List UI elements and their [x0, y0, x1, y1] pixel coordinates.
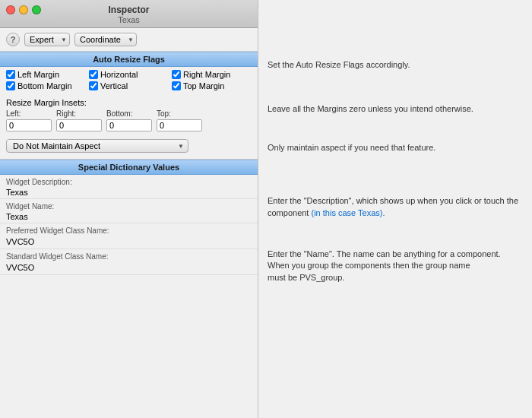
bottom-input[interactable] [106, 119, 152, 131]
left-margin-label: Left Margin [17, 70, 59, 79]
top-label: Top: [157, 109, 202, 118]
top-margin-label: Top Margin [183, 81, 224, 90]
expert-select[interactable]: Expert Basic [24, 33, 70, 46]
left-margin-checkbox[interactable] [6, 70, 15, 79]
expert-select-wrapper: Expert Basic [24, 33, 70, 46]
minimize-button[interactable] [19, 5, 28, 14]
checkbox-grid: Left Margin Horizontal Right Margin Bott… [0, 67, 258, 95]
margin-insets-help: Leave all the Margins zero unless you in… [268, 97, 523, 128]
vertical-checkbox[interactable] [89, 81, 98, 90]
right-margin-item: Right Margin [172, 70, 252, 79]
vertical-item: Vertical [89, 81, 169, 90]
right-margin-label: Right Margin [183, 70, 230, 79]
left-margin-item: Left Margin [6, 70, 86, 79]
widget-name-label: Widget Name: [6, 202, 252, 211]
widget-description-input[interactable] [6, 188, 252, 197]
standard-class-field: Standard Widget Class Name: VVC5O [0, 249, 258, 275]
window-subtitle: Texas [0, 15, 258, 24]
aspect-row: Do Not Maintain Aspect Maintain Aspect [0, 136, 258, 159]
auto-resize-help: Set the Auto Resize Flags accordingly. [268, 53, 523, 84]
toolbar: ? Expert Basic Coordinate Frame Bounds [0, 28, 258, 52]
right-input[interactable] [56, 119, 102, 131]
titlebar: Inspector Texas [0, 0, 258, 28]
margin-insets-help-text: Leave all the Margins zero unless you in… [268, 103, 523, 115]
coordinate-select[interactable]: Coordinate Frame Bounds [74, 33, 137, 46]
widget-name-field: Widget Name: [0, 199, 258, 223]
help-button[interactable]: ? [6, 33, 20, 46]
bottom-margin-item: Bottom Margin [6, 81, 86, 90]
special-dict-section-header: Special Dictionary Values [0, 160, 258, 175]
right-field: Right: [56, 109, 102, 131]
description-help-text: Enter the "Description", which shows up … [268, 195, 523, 219]
close-button[interactable] [6, 5, 15, 14]
right-label: Right: [56, 109, 102, 118]
preferred-class-field: Preferred Widget Class Name: VVC5O [0, 223, 258, 249]
coordinate-select-wrapper: Coordinate Frame Bounds [74, 33, 137, 46]
traffic-lights [6, 5, 41, 14]
left-field: Left: [6, 109, 52, 131]
description-help-text-main: Enter the "Description", which shows up … [268, 196, 518, 217]
description-help: Enter the "Description", which shows up … [268, 189, 523, 232]
widget-description-label: Widget Description: [6, 178, 252, 186]
bottom-margin-label: Bottom Margin [17, 81, 72, 90]
top-input[interactable] [157, 119, 202, 131]
left-input[interactable] [6, 119, 52, 131]
auto-resize-help-text: Set the Auto Resize Flags accordingly. [268, 59, 523, 71]
left-label: Left: [6, 109, 52, 118]
right-panel: Set the Auto Resize Flags accordingly. L… [258, 0, 532, 418]
aspect-help-text: Only maintain aspect if you need that fe… [268, 142, 523, 154]
standard-class-value: VVC5O [6, 262, 252, 273]
margin-insets-title: Resize Margin Insets: [6, 98, 252, 107]
name-help: Enter the "Name". The name can be anythi… [268, 242, 523, 296]
zoom-button[interactable] [32, 5, 41, 14]
preferred-class-value: VVC5O [6, 236, 252, 247]
auto-resize-section-header: Auto Resize Flags [0, 52, 258, 67]
vertical-label: Vertical [100, 81, 128, 90]
bottom-margin-checkbox[interactable] [6, 81, 15, 90]
aspect-select[interactable]: Do Not Maintain Aspect Maintain Aspect [6, 139, 188, 153]
standard-class-label: Standard Widget Class Name: [6, 252, 252, 261]
widget-description-field: Widget Description: [0, 175, 258, 199]
horizontal-item: Horizontal [89, 70, 169, 79]
aspect-help: Only maintain aspect if you need that fe… [268, 136, 523, 166]
aspect-select-wrapper: Do Not Maintain Aspect Maintain Aspect [6, 139, 188, 153]
bottom-field: Bottom: [106, 109, 152, 131]
top-margin-checkbox[interactable] [172, 81, 181, 90]
top-field: Top: [157, 109, 202, 131]
bottom-label: Bottom: [106, 109, 152, 118]
margin-fields: Left: Right: Bottom: Top: [6, 109, 252, 131]
top-margin-item: Top Margin [172, 81, 252, 90]
left-panel: Inspector Texas ? Expert Basic Coordinat… [0, 0, 258, 418]
right-margin-checkbox[interactable] [172, 70, 181, 79]
description-help-colored: (in this case Texas). [311, 208, 385, 217]
widget-name-input[interactable] [6, 212, 252, 221]
horizontal-label: Horizontal [100, 70, 138, 79]
preferred-class-label: Preferred Widget Class Name: [6, 226, 252, 235]
margin-insets: Resize Margin Insets: Left: Right: Botto… [0, 95, 258, 136]
name-help-text: Enter the "Name". The name can be anythi… [268, 249, 523, 283]
horizontal-checkbox[interactable] [89, 70, 98, 79]
